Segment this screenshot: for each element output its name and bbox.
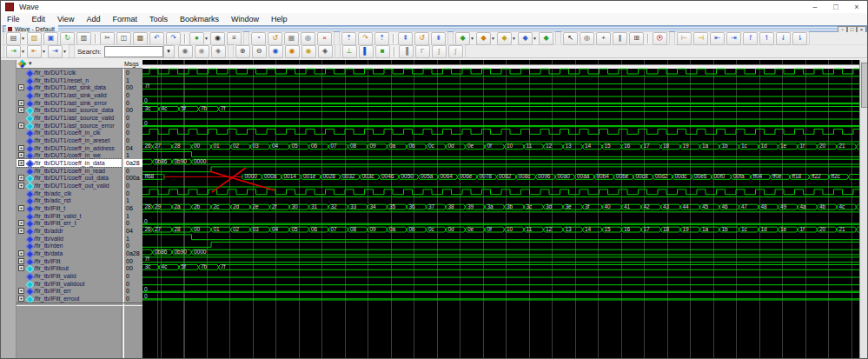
wave-copy-icon[interactable]: ◆: [497, 32, 512, 45]
run-length-icon[interactable]: ▦: [284, 32, 299, 45]
signal-row-ast_source_data[interactable]: +/fir_tb/DUT1/ast_source_data: [17, 106, 122, 114]
expand-icon[interactable]: +: [18, 123, 24, 129]
copy-icon[interactable]: ◫: [116, 32, 131, 45]
signal-row-coeff_in_areset[interactable]: /fir_tb/DUT1/coeff_in_areset: [17, 136, 122, 144]
zoom-mode-icon[interactable]: ◎: [580, 32, 594, 45]
menu-file[interactable]: File: [1, 13, 26, 25]
expanded-time-icon[interactable]: Γ: [415, 45, 430, 58]
examine-icon[interactable]: ◎: [301, 32, 315, 45]
expand-icon[interactable]: +: [18, 145, 24, 151]
expand-icon[interactable]: +: [18, 183, 24, 189]
new-document-icon-dropdown[interactable]: ▼: [21, 33, 25, 44]
rerun-icon[interactable]: ↷: [358, 32, 373, 45]
restart-sim-icon[interactable]: ↺: [268, 32, 282, 45]
minimize-button[interactable]: –: [805, 1, 825, 13]
signal-row-lFilt[interactable]: +/fir_tb/lFilt: [17, 257, 122, 265]
wave-cut-icon[interactable]: ◆: [476, 32, 491, 45]
wave-edit-icon[interactable]: ◆: [455, 32, 470, 45]
expand-icon[interactable]: +: [18, 220, 24, 226]
menu-view[interactable]: View: [51, 13, 80, 25]
lock-cursor-icon[interactable]: ■: [375, 45, 390, 58]
wave-cut-icon-dropdown[interactable]: ▼: [491, 33, 495, 44]
signal-row-coeff_in_clk[interactable]: /fir_tb/DUT1/coeff_in_clk: [17, 129, 122, 136]
find-next-icon[interactable]: ◉: [178, 45, 193, 58]
trace-net-icon-dropdown[interactable]: ▼: [63, 46, 67, 57]
wave-paste-icon-dropdown[interactable]: ▼: [533, 33, 537, 44]
waveform-canvas[interactable]: 7f03c4c5f7b7f026272800010203040506070809…: [142, 60, 859, 359]
vertical-scrollbar[interactable]: [859, 60, 868, 359]
zoom-full-icon[interactable]: ◉: [268, 45, 283, 58]
add-cursor-icon[interactable]: ⊥: [342, 45, 357, 58]
move-top-icon[interactable]: ⇞: [398, 32, 413, 45]
menu-add[interactable]: Add: [80, 13, 106, 25]
signal-row-adc_clk[interactable]: /fir_tb/adc_clk: [17, 189, 122, 197]
find-prev-icon[interactable]: ◉: [195, 45, 209, 58]
expand-icon[interactable]: +: [18, 107, 24, 113]
signal-row-lFilt_validout[interactable]: /fir_tb/lFilt_validout: [17, 280, 122, 288]
next-transition-icon[interactable]: ⇡: [374, 32, 389, 45]
prev-edge-icon[interactable]: ⇤: [710, 32, 725, 45]
zoom-in-icon[interactable]: ⊕: [235, 45, 250, 58]
signal-row-reset_n[interactable]: /fir_tb/DUT1/reset_n: [17, 76, 122, 84]
compile-time-icon[interactable]: ◔: [251, 32, 266, 45]
scrollbar-thumb[interactable]: [861, 63, 868, 108]
goto-driver-icon-dropdown[interactable]: ▼: [21, 46, 25, 57]
stop-light-icon[interactable]: ⦿: [653, 32, 667, 45]
signal-row-clk[interactable]: /fir_tb/DUT1/clk: [17, 69, 122, 76]
maximize-button[interactable]: □: [825, 1, 846, 13]
save-icon[interactable]: ▣: [43, 32, 58, 45]
signal-row-coeff_in_data[interactable]: +/fir_tb/DUT1/coeff_in_data: [17, 159, 122, 167]
expand-net-icon[interactable]: ⇤: [27, 45, 42, 58]
insert-cursor-icon[interactable]: ⊢: [677, 32, 692, 45]
signal-row-ast_sink_valid[interactable]: /fir_tb/DUT1/ast_sink_valid: [17, 91, 122, 99]
signal-row-ast_sink_data[interactable]: +/fir_tb/DUT1/ast_sink_data: [17, 83, 122, 91]
wave-copy-icon-dropdown[interactable]: ▼: [512, 33, 516, 44]
chevron-down-icon[interactable]: ▾: [29, 60, 32, 67]
search-input[interactable]: [104, 46, 163, 57]
signal-row-lFilt_err_t[interactable]: +/fir_tb/lFilt_err_t: [17, 219, 122, 227]
signal-row-valid[interactable]: /fir_tb/valid: [17, 235, 122, 243]
zoom-cursor-icon[interactable]: ◈: [318, 45, 333, 58]
filter-edges-icon[interactable]: ▐: [399, 45, 414, 58]
delta-time-icon[interactable]: ʃ: [432, 45, 447, 58]
expand-icon[interactable]: +: [18, 258, 24, 264]
signal-row-lFilt_valid[interactable]: /fir_tb/lFilt_valid: [17, 272, 122, 280]
prev-rising-edge-icon[interactable]: ↾: [743, 32, 758, 45]
signal-row-coeff_in_we[interactable]: +/fir_tb/DUT1/coeff_in_we: [17, 151, 122, 159]
menu-format[interactable]: Format: [106, 13, 143, 25]
expand-icon[interactable]: +: [18, 265, 24, 271]
expand-icon[interactable]: +: [18, 250, 24, 256]
zoom-last-icon[interactable]: ◉: [285, 45, 300, 58]
select-mode-icon[interactable]: ↖: [563, 32, 578, 45]
next-edge-icon[interactable]: ⇥: [726, 32, 741, 45]
next-rising-edge-icon[interactable]: ↿: [759, 32, 774, 45]
show-list-icon[interactable]: ≡: [227, 32, 242, 45]
trace-net-icon[interactable]: ⇥: [48, 45, 63, 58]
open-folder-icon[interactable]: ▨: [27, 32, 42, 45]
wave-paste-icon[interactable]: ◆: [518, 32, 533, 45]
add-selected-icon-dropdown[interactable]: ▼: [204, 33, 209, 44]
signal-row-adc_rst[interactable]: /fir_tb/adc_rst: [17, 196, 122, 204]
menu-tools[interactable]: Tools: [143, 13, 174, 25]
expand-icon[interactable]: +: [18, 288, 24, 294]
grid-mode-icon[interactable]: ⊞: [629, 32, 644, 45]
signal-name-panel[interactable]: /fir_tb/DUT1/clk/fir_tb/DUT1/reset_n+/fi…: [17, 69, 123, 359]
print-icon[interactable]: ▥: [76, 32, 91, 45]
cursor-mode-icon[interactable]: ∥: [613, 32, 627, 45]
wave-edit-icon-dropdown[interactable]: ▼: [470, 33, 474, 44]
expand-icon[interactable]: +: [18, 152, 24, 158]
signal-row-coeff_out_data[interactable]: +/fir_tb/DUT1/coeff_out_data: [17, 174, 122, 182]
paste-icon[interactable]: ▩: [133, 32, 148, 45]
menu-edit[interactable]: Edit: [26, 13, 52, 25]
event-time-icon[interactable]: ʃ: [448, 45, 463, 58]
goto-driver-icon[interactable]: ⇥: [6, 45, 21, 58]
expand-icon[interactable]: +: [18, 160, 24, 166]
find-icon[interactable]: ◉: [210, 32, 225, 45]
signal-row-lFilt_err[interactable]: +/fir_tb/lFilt_err: [17, 287, 122, 295]
signal-row-addr[interactable]: +/fir_tb/addr: [17, 227, 122, 235]
signal-row-coeff_in_read[interactable]: /fir_tb/DUT1/coeff_in_read: [17, 167, 122, 175]
add-selected-icon[interactable]: ●: [189, 32, 204, 45]
signal-row-lFilt_valid_t[interactable]: /fir_tb/lFilt_valid_t: [17, 212, 122, 220]
menu-help[interactable]: Help: [265, 13, 294, 25]
pan-mode-icon[interactable]: +: [596, 32, 611, 45]
